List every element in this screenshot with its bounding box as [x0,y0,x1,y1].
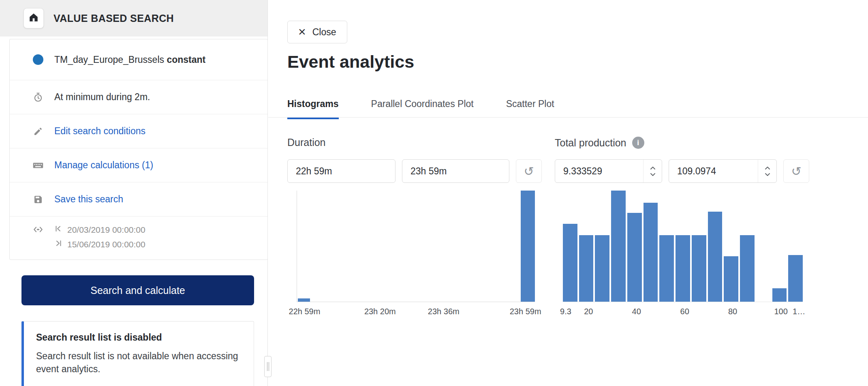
save-this-search-link[interactable]: Save this search [54,194,123,205]
tab-scatter-plot[interactable]: Scatter Plot [506,99,554,119]
stepper-down-icon[interactable] [650,173,656,176]
series-badge: constant [167,54,205,65]
start-date-line: 20/03/2019 00:00:00 [54,224,145,236]
condition-row: At minimum during 2m. [10,80,267,114]
axis-tick-label: 9.3 [560,307,571,316]
stepper-up-icon[interactable] [765,166,770,170]
production-ticks: 9.3204060801001… [563,307,803,318]
production-max-stepper [758,160,776,182]
page-title: Event analytics [287,52,414,72]
tab-parallel-coordinates-plot[interactable]: Parallel Coordinates Plot [371,99,474,119]
series-row: TM_day_Europe_Brussels constant [10,39,267,80]
edit-conditions-row: Edit search conditions [10,114,267,148]
stopwatch-icon [32,92,44,103]
production-min-input[interactable] [555,160,643,182]
series-color-dot [32,54,44,65]
duration-max-input[interactable] [402,159,509,183]
search-result-disabled-notice: Search result list is disabled Search re… [21,321,254,386]
histogram-bar [724,256,738,302]
tab-histograms[interactable]: Histograms [287,99,339,119]
axis-tick-label: 1… [793,307,805,316]
search-and-calculate-button[interactable]: Search and calculate [21,275,254,305]
info-icon[interactable]: i [632,137,644,149]
sidebar-header: VALUE BASED SEARCH [0,0,267,36]
total-production-label: Total production [555,137,626,149]
reset-icon: ↺ [791,164,801,178]
histogram-bar [644,203,658,302]
histogram-bar [708,212,723,302]
stepper-up-icon[interactable] [650,166,656,170]
calculator-icon [32,160,44,171]
duration-section-label: Duration [287,137,326,148]
close-button[interactable]: × Close [287,21,347,43]
production-min-stepper [643,160,662,182]
end-date: 15/06/2019 00:00:00 [67,238,145,251]
skip-to-end-icon [54,238,62,251]
histogram-bar [788,255,803,302]
axis-tick-label: 22h 59m [289,307,321,316]
histogram-bar [611,191,626,302]
duration-plot [297,191,535,302]
histogram-bar [692,235,706,302]
home-icon [28,12,39,24]
sidebar-title: VALUE BASED SEARCH [53,13,174,24]
search-summary-card: TM_day_Europe_Brussels constant At minim… [9,39,268,260]
histogram-bar [579,235,594,302]
save-icon [32,194,44,205]
series-name: TM_day_Europe_Brussels [54,54,164,65]
date-range: 20/03/2019 00:00:00 15/06/2019 00:00:00 [54,224,145,251]
duration-ticks: 22h 59m23h 20m23h 36m23h 59m [297,307,535,318]
end-date-line: 15/06/2019 00:00:00 [54,238,145,251]
series-label: TM_day_Europe_Brussels constant [54,54,205,65]
condition-text: At minimum during 2m. [54,92,150,103]
axis-tick-label: 60 [680,307,689,316]
histogram-bar [740,235,755,302]
axis-tick-label: 20 [584,307,593,316]
duration-min-input[interactable] [287,159,396,183]
histogram-bar [659,235,674,302]
home-button[interactable] [24,8,44,28]
axis-tick-label: 100 [774,307,787,316]
histogram-bar [563,224,577,302]
skip-to-start-icon [54,224,62,236]
histogram-bar [521,191,535,302]
production-min-field [555,159,662,183]
app-window: VALUE BASED SEARCH TM_day_Europe_Brussel… [0,0,868,386]
date-range-row: 20/03/2019 00:00:00 15/06/2019 00:00:00 [10,216,267,259]
close-label: Close [312,27,336,38]
histogram-bar [627,213,642,302]
save-search-row: Save this search [10,182,267,216]
histogram-bar [676,235,690,302]
tabs: Histograms Parallel Coordinates Plot Sca… [287,99,554,119]
stepper-down-icon[interactable] [765,173,770,176]
reset-icon: ↺ [524,164,534,178]
axis-tick-label: 40 [632,307,641,316]
histogram-bar [298,298,310,302]
production-reset-button[interactable]: ↺ [783,159,809,183]
date-range-icon [32,224,44,235]
production-plot [563,191,803,302]
production-max-input[interactable] [669,160,758,182]
edit-search-conditions-link[interactable]: Edit search conditions [54,126,145,137]
axis-tick-label: 23h 36m [428,307,460,316]
duration-reset-button[interactable]: ↺ [516,159,542,183]
start-date: 20/03/2019 00:00:00 [67,224,145,236]
manage-calculations-link[interactable]: Manage calculations (1) [54,160,153,171]
sidebar: VALUE BASED SEARCH TM_day_Europe_Brussel… [0,0,268,386]
axis-tick-label: 23h 59m [510,307,541,316]
event-analytics-panel: × Close Event analytics Histograms Paral… [268,0,868,386]
close-icon: × [298,25,306,38]
axis-tick-label: 80 [728,307,737,316]
manage-calculations-row: Manage calculations (1) [10,148,267,182]
total-production-section-label: Total production i [555,137,644,149]
notice-title: Search result list is disabled [36,332,242,343]
production-max-field [669,159,777,183]
histogram-bar [595,235,609,302]
tabs-divider [268,117,868,118]
panel-resize-handle[interactable] [264,356,272,377]
axis-tick-label: 23h 20m [364,307,396,316]
pencil-icon [32,126,44,137]
notice-body: Search result list is not available when… [36,350,242,375]
histogram-bar [772,288,787,302]
